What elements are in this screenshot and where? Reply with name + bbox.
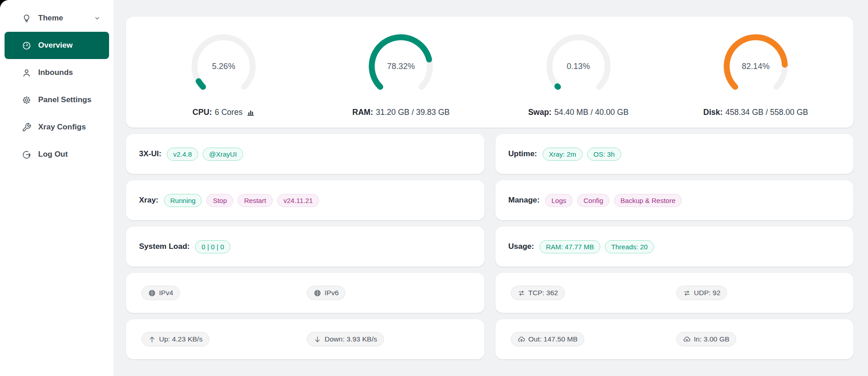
arrow-down-icon	[314, 336, 321, 343]
connections-row: TCP: 362UDP: 92	[495, 273, 854, 313]
system-load-row-badge-0-0-0: 0 | 0 | 0	[195, 240, 230, 253]
usage-row-badges: RAM: 47.77 MBThreads: 20	[539, 240, 654, 253]
speed-row-pill-up-4-23-kb-s: Up: 4.23 KB/s	[141, 332, 210, 346]
pill-text: Down: 3.93 KB/s	[324, 335, 377, 343]
gear-icon	[22, 95, 31, 105]
xray-status-row-badge-v24-11-21[interactable]: v24.11.21	[277, 194, 319, 207]
xray-status-row-badge-restart[interactable]: Restart	[238, 194, 272, 207]
speed-row: Up: 4.23 KB/sDown: 3.93 KB/s	[126, 319, 484, 359]
swap-icon	[683, 289, 691, 297]
disk-gauge-ring: 82.14%	[722, 32, 790, 100]
ram-gauge: 78.32%RAM:31.20 GB / 39.83 GB	[312, 32, 489, 128]
ip-row-pill-ipv4: IPv4	[141, 286, 180, 300]
manage-row-badge-logs[interactable]: Logs	[545, 194, 573, 207]
panel-version-row-label: 3X-UI:	[139, 149, 161, 158]
pill-text: IPv4	[159, 289, 173, 297]
cpu-percent: 5.26%	[190, 32, 258, 100]
sidebar-item-inbounds[interactable]: Inbounds	[5, 59, 109, 86]
swap-label-title: Swap:	[528, 108, 552, 117]
manage-row-badge-backup-restore[interactable]: Backup & Restore	[614, 194, 682, 207]
swap-gauge-ring: 0.13%	[544, 32, 613, 100]
sidebar-item-label: Inbounds	[38, 68, 101, 77]
cloud-up-icon	[518, 336, 525, 343]
pill-text: IPv6	[324, 289, 339, 297]
panel-version-row-badge-xrayui[interactable]: @XrayUI	[203, 148, 243, 161]
cpu-label-title: CPU:	[193, 108, 212, 117]
uptime-row-badges: Xray: 2mOS: 3h	[543, 148, 621, 161]
chart-icon[interactable]	[246, 108, 255, 117]
traffic-row-pill-out-147-50-mb: Out: 147.50 MB	[511, 332, 585, 346]
swap-label: Swap:54.40 MB / 40.00 GB	[528, 108, 629, 117]
sidebar-item-overview[interactable]: Overview	[5, 32, 109, 59]
manage-row-badge-config[interactable]: Config	[577, 194, 609, 207]
sidebar-item-label: Theme	[38, 14, 87, 23]
info-column-left: 3X-UI:v2.4.8@XrayUIXray:RunningStopResta…	[126, 134, 484, 359]
xray-status-row-badge-running: Running	[164, 194, 202, 207]
traffic-row-pill-in-3-00-gb: In: 3.00 GB	[676, 332, 736, 346]
sidebar: ThemeOverviewInboundsPanel SettingsXray …	[0, 0, 114, 376]
dashboard-icon	[22, 41, 31, 50]
ram-label-title: RAM:	[352, 108, 373, 117]
info-column-right: Uptime:Xray: 2mOS: 3hManage:LogsConfigBa…	[495, 134, 854, 359]
usage-row-badge-ram-47-77-mb: RAM: 47.77 MB	[539, 240, 600, 253]
cpu-gauge: 5.26%CPU:6 Cores	[135, 32, 312, 128]
cloud-up-icon	[683, 336, 691, 343]
ip-row-pill-ipv6: IPv6	[307, 286, 345, 300]
ram-gauge-ring: 78.32%	[367, 32, 435, 100]
pill-text: UDP: 92	[694, 289, 721, 297]
manage-row-label: Manage:	[509, 196, 540, 205]
pill-text: TCP: 362	[529, 289, 558, 297]
sidebar-item-label: Log Out	[38, 150, 101, 159]
sidebar-item-xray-configs[interactable]: Xray Configs	[5, 114, 109, 141]
speed-row-pill-down-3-93-kb-s: Down: 3.93 KB/s	[307, 332, 384, 346]
disk-gauge: 82.14%Disk:458.34 GB / 558.00 GB	[667, 32, 844, 128]
uptime-row-label: Uptime:	[509, 149, 537, 158]
globe-icon	[314, 289, 321, 297]
cpu-gauge-ring: 5.26%	[190, 32, 258, 100]
xray-status-row-badge-stop[interactable]: Stop	[206, 194, 233, 207]
sidebar-item-theme[interactable]: Theme	[5, 5, 109, 32]
system-load-row-badges: 0 | 0 | 0	[195, 240, 230, 253]
traffic-row: Out: 147.50 MBIn: 3.00 GB	[495, 319, 854, 359]
sidebar-item-panel-settings[interactable]: Panel Settings	[5, 86, 109, 114]
user-icon	[22, 68, 31, 78]
panel-version-row: 3X-UI:v2.4.8@XrayUI	[126, 134, 484, 174]
xray-status-row-badges: RunningStopRestartv24.11.21	[164, 194, 319, 207]
chevron-down-icon	[94, 15, 101, 22]
sidebar-item-label: Panel Settings	[38, 95, 101, 104]
usage-row-badge-threads-20: Threads: 20	[605, 240, 654, 253]
uptime-row-badge-os-3h: OS: 3h	[587, 148, 621, 161]
sidebar-item-log-out[interactable]: Log Out	[5, 141, 109, 168]
ip-row: IPv4IPv6	[126, 273, 484, 313]
disk-label-detail: 458.34 GB / 558.00 GB	[725, 108, 808, 117]
app-frame: ThemeOverviewInboundsPanel SettingsXray …	[0, 0, 868, 376]
uptime-row-badge-xray-2m: Xray: 2m	[543, 148, 583, 161]
arrow-up-icon	[148, 336, 156, 343]
system-load-row: System Load:0 | 0 | 0	[126, 227, 484, 267]
xray-status-row: Xray:RunningStopRestartv24.11.21	[126, 180, 484, 220]
wrench-icon	[22, 123, 31, 132]
system-load-row-label: System Load:	[139, 242, 190, 251]
swap-gauge: 0.13%Swap:54.40 MB / 40.00 GB	[490, 32, 667, 128]
manage-row-badges: LogsConfigBackup & Restore	[545, 194, 682, 207]
panel-version-row-badge-v2-4-8[interactable]: v2.4.8	[167, 148, 198, 161]
pill-text: Out: 147.50 MB	[529, 335, 578, 343]
disk-percent: 82.14%	[722, 32, 790, 100]
globe-icon	[148, 289, 156, 297]
resource-gauges-card: 5.26%CPU:6 Cores 78.32%RAM:31.20 GB / 39…	[126, 17, 853, 128]
logout-icon	[22, 150, 31, 159]
sidebar-item-label: Xray Configs	[38, 123, 101, 132]
disk-label-title: Disk:	[703, 108, 723, 117]
uptime-row: Uptime:Xray: 2mOS: 3h	[495, 134, 854, 174]
swap-label-detail: 54.40 MB / 40.00 GB	[554, 108, 629, 117]
info-cards: 3X-UI:v2.4.8@XrayUIXray:RunningStopResta…	[126, 134, 853, 359]
disk-label: Disk:458.34 GB / 558.00 GB	[703, 108, 808, 117]
swap-icon	[518, 289, 525, 297]
ram-label-detail: 31.20 GB / 39.83 GB	[376, 108, 449, 117]
cpu-label: CPU:6 Cores	[193, 108, 255, 117]
pill-text: In: 3.00 GB	[694, 335, 729, 343]
sidebar-item-label: Overview	[38, 41, 101, 50]
cpu-label-detail: 6 Cores	[215, 108, 242, 117]
manage-row: Manage:LogsConfigBackup & Restore	[495, 180, 854, 220]
xray-status-row-label: Xray:	[139, 196, 159, 205]
